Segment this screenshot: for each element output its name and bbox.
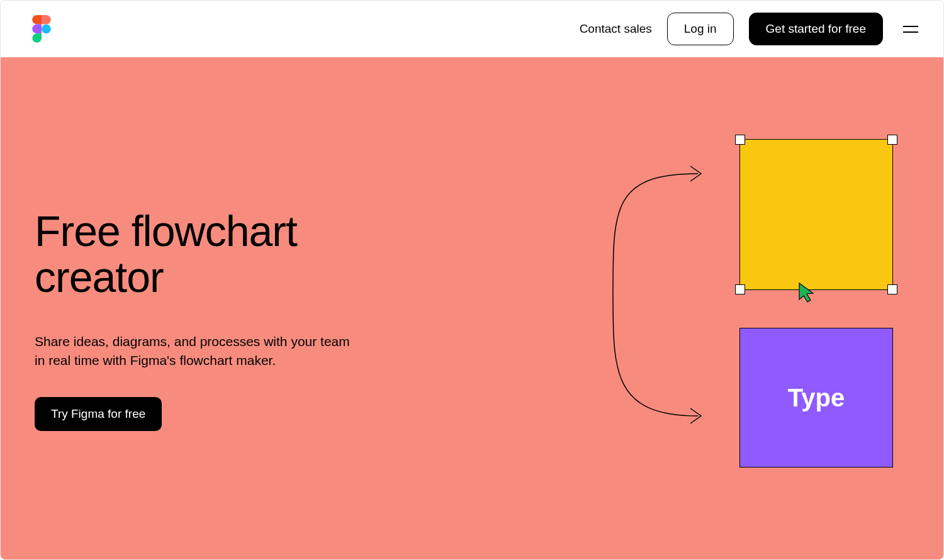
selected-yellow-shape <box>739 139 893 290</box>
header-actions: Contact sales Log in Get started for fre… <box>580 13 918 45</box>
login-button[interactable]: Log in <box>667 13 734 45</box>
hero-subtitle: Share ideas, diagrams, and processes wit… <box>35 332 362 371</box>
contact-sales-link[interactable]: Contact sales <box>580 22 652 36</box>
resize-handle-bottom-right <box>887 284 897 294</box>
signup-button[interactable]: Get started for free <box>749 13 883 45</box>
cursor-icon <box>798 282 816 303</box>
menu-icon[interactable] <box>903 23 918 35</box>
purple-box-label: Type <box>788 384 845 412</box>
resize-handle-bottom-left <box>735 284 745 294</box>
purple-type-shape: Type <box>739 328 893 468</box>
hero-section: Free flowchart creator Share ideas, diag… <box>1 57 943 560</box>
hero-title: Free flowchart creator <box>35 208 412 301</box>
figma-logo-icon[interactable] <box>32 15 51 43</box>
svg-point-0 <box>42 25 51 34</box>
resize-handle-top-left <box>735 135 745 145</box>
try-free-button[interactable]: Try Figma for free <box>35 397 162 431</box>
resize-handle-top-right <box>887 135 897 145</box>
flow-arrows-icon <box>578 145 704 435</box>
hero-illustration: Type <box>578 126 906 504</box>
hero-content: Free flowchart creator Share ideas, diag… <box>35 208 412 431</box>
header: Contact sales Log in Get started for fre… <box>1 1 943 57</box>
